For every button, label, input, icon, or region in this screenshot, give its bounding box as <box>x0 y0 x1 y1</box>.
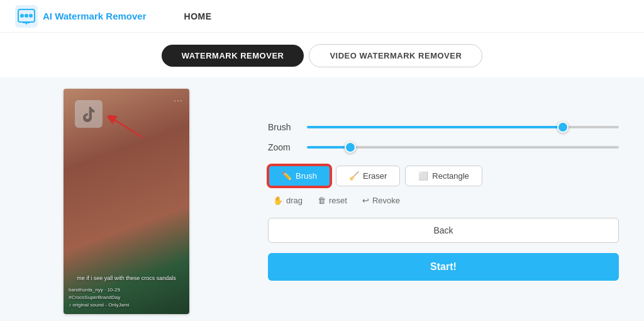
reset-label: reset <box>329 196 347 205</box>
arrow-indicator <box>108 115 145 140</box>
brush-tool-icon: ✏️ <box>282 171 292 181</box>
header: AI Watermark Remover HOME <box>0 0 644 33</box>
eraser-tool-icon: 🧹 <box>349 171 359 181</box>
tab-video-watermark-remover[interactable]: VIDEO WATERMARK REMOVER <box>309 44 482 67</box>
drag-action[interactable]: ✋ drag <box>273 196 303 205</box>
main-content: ··· me if i see yall with these crocs sa… <box>0 77 644 321</box>
reset-icon: 🗑 <box>318 196 326 205</box>
brush-slider-thumb[interactable] <box>557 121 569 133</box>
revoke-label: Revoke <box>372 196 400 205</box>
eraser-tool-button[interactable]: 🧹 Eraser <box>336 166 400 186</box>
svg-point-2 <box>20 14 24 18</box>
image-caption: me if i see yall with these crocs sandal… <box>69 275 184 281</box>
zoom-slider-track[interactable] <box>307 146 619 149</box>
start-button[interactable]: Start! <box>268 253 619 281</box>
nav-home[interactable]: HOME <box>184 11 212 21</box>
rectangle-tool-button[interactable]: ⬜ Rectangle <box>405 166 482 186</box>
three-dots[interactable]: ··· <box>174 95 183 105</box>
image-footer: bandhunta_nyy · 10-29 #CrocsSuperBrandDa… <box>69 286 129 309</box>
tiktok-watermark <box>75 100 103 128</box>
image-placeholder: ··· me if i see yall with these crocs sa… <box>64 89 189 314</box>
svg-point-3 <box>25 14 28 18</box>
logo-area: AI Watermark Remover <box>15 5 147 28</box>
tool-buttons-row: ✏️ Brush 🧹 Eraser ⬜ Rectangle <box>268 165 619 187</box>
brush-slider-track[interactable] <box>307 126 619 128</box>
eraser-tool-label: Eraser <box>363 171 387 181</box>
revoke-icon: ↩ <box>362 196 369 205</box>
svg-line-8 <box>115 120 142 137</box>
drag-label: drag <box>286 196 303 205</box>
zoom-slider-thumb[interactable] <box>345 142 356 153</box>
back-button[interactable]: Back <box>268 218 619 243</box>
brush-label: Brush <box>268 122 297 132</box>
logo-text: AI Watermark Remover <box>43 11 147 21</box>
image-footer-user: bandhunta_nyy · 10-29 <box>69 286 129 294</box>
action-row: ✋ drag 🗑 reset ↩ Revoke <box>268 196 619 205</box>
rectangle-tool-label: Rectangle <box>432 171 469 181</box>
image-footer-sound: ♪ original sound - OnlyJami <box>69 301 129 309</box>
tab-watermark-remover[interactable]: WATERMARK REMOVER <box>162 45 304 67</box>
image-footer-tag: #CrocsSuperBrandDay <box>69 294 129 301</box>
reset-action[interactable]: 🗑 reset <box>318 196 347 205</box>
brush-tool-label: Brush <box>296 171 317 181</box>
brush-tool-button[interactable]: ✏️ Brush <box>268 165 331 187</box>
tab-bar: WATERMARK REMOVER VIDEO WATERMARK REMOVE… <box>0 33 644 77</box>
drag-icon: ✋ <box>273 196 283 205</box>
revoke-action[interactable]: ↩ Revoke <box>362 196 400 205</box>
controls-panel: Brush Zoom ✏️ Brush 🧹 Eraser ⬜ R <box>253 77 634 321</box>
image-container: ··· me if i see yall with these crocs sa… <box>64 89 189 314</box>
image-panel: ··· me if i see yall with these crocs sa… <box>10 77 243 321</box>
rectangle-tool-icon: ⬜ <box>418 171 428 181</box>
zoom-label: Zoom <box>268 142 297 152</box>
svg-point-4 <box>29 14 33 18</box>
zoom-slider-row: Zoom <box>268 142 619 152</box>
brush-slider-row: Brush <box>268 122 619 132</box>
logo-icon <box>15 5 38 28</box>
